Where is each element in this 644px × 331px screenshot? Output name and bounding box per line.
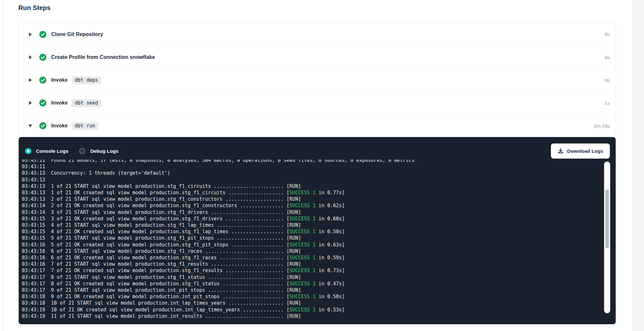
chevron-down-icon[interactable]	[28, 124, 32, 128]
log-message: Concurrency: 1 threads (target='default'…	[51, 170, 170, 176]
log-duration: in 0.63s]	[316, 242, 345, 248]
download-logs-label: Download Logs	[567, 148, 603, 154]
log-message: 8 of 21 OK created sql view model produc…	[51, 281, 289, 287]
download-icon	[558, 148, 564, 154]
step-row[interactable]: Invokedbt seed1s	[19, 91, 616, 114]
success-check-icon	[39, 77, 46, 84]
log-line: 03:43:16 6 of 21 START sql view model pr…	[22, 248, 603, 254]
chevron-right-icon[interactable]	[28, 78, 32, 82]
log-message: 8 of 21 START sql view model production.…	[51, 274, 301, 280]
log-success-badge: SUCCESS 1	[289, 203, 316, 208]
log-line: 03:43:18 9 of 21 OK created sql view mod…	[22, 293, 603, 300]
log-timestamp: 03:43:17	[22, 287, 51, 293]
log-timestamp: 03:43:18	[22, 294, 51, 299]
log-success-badge: SUCCESS 1	[289, 229, 316, 234]
log-message: 3 of 21 OK created sql view model produc…	[51, 216, 289, 222]
step-label: Clone Git Repository	[51, 32, 103, 37]
console-logs-radio[interactable]: Console Logs	[25, 148, 68, 154]
caret-shape	[29, 55, 32, 59]
command-chip: dbt run	[71, 122, 98, 130]
log-line: 03:43:17 8 of 21 OK created sql view mod…	[22, 280, 603, 287]
log-message: 2 of 21 START sql view model production.…	[51, 196, 301, 202]
step-row[interactable]: Clone Git Repository0s	[19, 23, 616, 46]
step-row[interactable]: Create Profile from Connection snowflake…	[19, 46, 616, 69]
log-message: 1 of 21 START sql view model production.…	[51, 183, 301, 189]
log-success-badge: SUCCESS 1	[289, 294, 316, 299]
log-timestamp: 03:43:13	[22, 183, 51, 189]
log-duration: in 0.47s]	[316, 281, 345, 287]
debug-logs-radio[interactable]: Debug Logs	[79, 148, 118, 154]
log-timestamp: 03:43:13	[22, 170, 51, 176]
log-line: 03:43:15 4 of 21 START sql view model pr…	[22, 222, 603, 228]
log-duration: in 0.59s]	[316, 255, 345, 261]
log-timestamp: 03:43:13	[22, 190, 51, 196]
log-timestamp: 03:43:15	[22, 222, 51, 228]
radio-selected-icon[interactable]	[25, 148, 31, 154]
console-log-lines: 03:43:11 Found 21 models, 17 tests, 0 sn…	[22, 160, 603, 319]
log-timestamp: 03:43:19	[22, 307, 51, 313]
console-logs-label: Console Logs	[36, 148, 68, 154]
log-duration: in 0.73s]	[316, 268, 345, 273]
log-timestamp: 03:43:16	[22, 261, 51, 267]
step-label: Invoke	[51, 100, 68, 106]
log-timestamp: 03:43:14	[22, 203, 51, 208]
console-log-viewport[interactable]: 03:43:11 Found 21 models, 17 tests, 0 sn…	[19, 160, 603, 324]
log-message: 9 of 21 OK created sql view model produc…	[51, 294, 289, 299]
log-success-badge: SUCCESS 1	[289, 216, 316, 222]
log-timestamp: 03:43:13	[22, 177, 51, 183]
log-line: 03:43:19 11 of 21 START sql view model p…	[22, 313, 603, 319]
log-timestamp: 03:43:17	[22, 274, 51, 280]
caret-shape	[28, 124, 32, 127]
log-line: 03:43:18 10 of 21 START sql view model p…	[22, 300, 603, 306]
chevron-right-icon[interactable]	[28, 32, 32, 37]
console-scrollbar-thumb[interactable]	[605, 189, 609, 248]
log-timestamp: 03:43:16	[22, 242, 51, 248]
log-timestamp: 03:43:16	[22, 255, 51, 261]
log-message: 3 of 21 START sql view model production.…	[51, 209, 301, 215]
console-scrollbar-track[interactable]	[604, 161, 610, 313]
log-timestamp: 03:43:11	[22, 164, 51, 170]
caret-shape	[29, 101, 32, 105]
run-steps-section: Run Steps Clone Git Repository0sCreate P…	[18, 0, 616, 327]
log-line: 03:43:19 10 of 21 OK created sql view mo…	[22, 307, 603, 313]
log-message: 5 of 21 START sql view model production.…	[51, 235, 301, 241]
step-row[interactable]: Invokedbt deps0s	[19, 69, 616, 91]
log-line: 03:43:14 2 of 21 OK created sql view mod…	[22, 202, 603, 209]
log-line: 03:43:16 6 of 21 OK created sql view mod…	[22, 254, 603, 261]
success-check-icon	[39, 54, 46, 61]
log-message: 1 of 21 OK created sql view model produc…	[51, 190, 289, 196]
step-duration: 2m 26s	[594, 123, 610, 129]
log-message: 6 of 21 OK created sql view model produc…	[51, 255, 289, 261]
step-row[interactable]: Invokedbt run2m 26s	[19, 114, 616, 137]
download-logs-button[interactable]: Download Logs	[551, 143, 610, 159]
page: Run Steps Clone Git Repository0sCreate P…	[0, 0, 644, 331]
chevron-right-icon[interactable]	[28, 55, 32, 60]
step-duration: 0s	[605, 78, 610, 83]
debug-logs-label: Debug Logs	[90, 148, 118, 154]
log-timestamp: 03:43:15	[22, 235, 51, 241]
chevron-right-icon[interactable]	[28, 101, 32, 105]
log-type-radio-group: Console Logs Debug Logs	[25, 148, 118, 154]
log-duration: in 0.53s]	[316, 307, 345, 313]
log-timestamp: 03:43:17	[22, 268, 51, 273]
log-message: 10 of 21 START sql view model production…	[51, 300, 301, 306]
log-line: 03:43:13	[22, 177, 603, 183]
log-timestamp: 03:43:14	[22, 209, 51, 215]
log-line: 03:43:14 3 of 21 START sql view model pr…	[22, 209, 603, 216]
command-chip: dbt seed	[71, 99, 101, 107]
step-label: Create Profile from Connection snowflake	[51, 54, 155, 60]
log-duration: in 0.62s]	[316, 203, 345, 208]
log-timestamp: 03:43:17	[22, 281, 51, 287]
log-message: 11 of 21 START sql view model production…	[51, 313, 301, 319]
log-line: 03:43:16 5 of 21 OK created sql view mod…	[22, 242, 603, 248]
log-timestamp: 03:43:15	[22, 216, 51, 222]
command-chip: dbt deps	[71, 76, 101, 84]
log-duration: in 0.60s]	[316, 216, 345, 222]
log-success-badge: SUCCESS 1	[289, 268, 316, 273]
log-success-badge: SUCCESS 1	[289, 281, 316, 287]
page-left-border	[3, 0, 3, 331]
log-line: 03:43:13 2 of 21 START sql view model pr…	[22, 196, 603, 202]
radio-unselected-icon[interactable]	[79, 148, 85, 154]
console-header: Console Logs Debug Logs Dow	[19, 137, 616, 160]
log-line: 03:43:11 Found 21 models, 17 tests, 0 sn…	[22, 160, 603, 163]
